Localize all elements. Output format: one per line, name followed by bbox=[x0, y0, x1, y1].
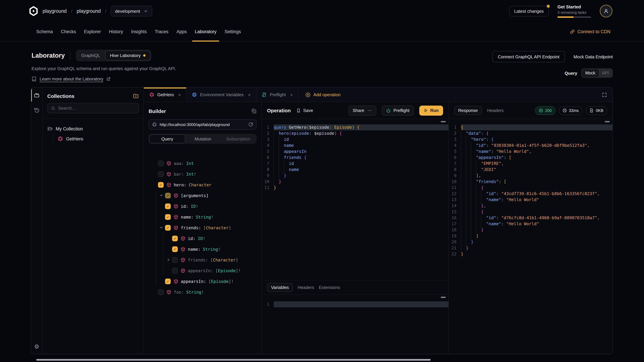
horizontal-scrollbar[interactable] bbox=[36, 359, 431, 361]
check-circle-icon bbox=[539, 108, 543, 113]
tab-headers[interactable]: Headers bbox=[298, 285, 314, 290]
new-collection-icon[interactable] bbox=[133, 93, 139, 99]
line-number: 2 bbox=[262, 130, 274, 136]
tab-variables[interactable]: Variables bbox=[267, 283, 293, 292]
tree-row-friends[interactable]: friends:[Character] bbox=[144, 254, 261, 265]
latest-changes-button[interactable]: Latest changes bbox=[509, 6, 549, 16]
object-type-icon bbox=[180, 236, 186, 241]
field-checkbox[interactable] bbox=[165, 203, 171, 209]
response-editor[interactable]: 1{2 "data": {3 "hero": {4 "id": "9303830… bbox=[449, 119, 612, 354]
run-button[interactable]: Run bbox=[419, 105, 443, 115]
add-operation-button[interactable]: Add operation bbox=[298, 87, 347, 102]
close-icon[interactable]: × bbox=[290, 92, 293, 97]
mode-option-api[interactable]: API bbox=[599, 69, 612, 77]
nav-tab-traces[interactable]: Traces bbox=[151, 22, 172, 41]
variables-editor[interactable]: 1 bbox=[262, 295, 448, 354]
get-started-widget[interactable]: Get Started 3 remaining tasks bbox=[558, 4, 591, 18]
code-line: 18 } bbox=[449, 227, 612, 233]
tree-row-id[interactable]: id:ID! bbox=[144, 233, 261, 244]
history-rail-icon[interactable] bbox=[34, 107, 40, 113]
tree-row-appearsIn[interactable]: appearsIn:[Episode]! bbox=[144, 276, 261, 287]
nav-tab-checks[interactable]: Checks bbox=[57, 22, 80, 41]
tree-row-id[interactable]: id:ID! bbox=[144, 201, 261, 212]
field-checkbox[interactable] bbox=[172, 246, 178, 252]
mode-option-mock[interactable]: Mock bbox=[582, 69, 599, 77]
field-checkbox[interactable] bbox=[158, 182, 164, 188]
nav-tab-explorer[interactable]: Explorer bbox=[80, 22, 105, 41]
connect-endpoint-button[interactable]: Connect GraphQL API Endpoint bbox=[492, 51, 565, 62]
close-icon[interactable]: × bbox=[178, 92, 181, 97]
tab-environment-variables[interactable]: Environment Variables × bbox=[187, 87, 256, 102]
field-checkbox[interactable] bbox=[158, 160, 164, 166]
field-checkbox[interactable] bbox=[165, 193, 171, 198]
query-editor[interactable]: 1query GetHero($episode: Episode) {2 her… bbox=[262, 119, 448, 280]
tree-row-arguments[interactable]: [arguments] bbox=[144, 190, 261, 201]
field-checkbox[interactable] bbox=[158, 171, 164, 177]
nav-tab-insights[interactable]: Insights bbox=[127, 22, 151, 41]
field-checkbox[interactable] bbox=[172, 268, 178, 273]
tree-row-hero[interactable]: hero:Character bbox=[144, 179, 261, 190]
user-avatar[interactable] bbox=[600, 5, 612, 17]
field-checkbox[interactable] bbox=[165, 225, 171, 230]
size-badge: 0KB bbox=[586, 106, 607, 115]
connect-to-cdn-link[interactable]: Connect to CDN bbox=[570, 22, 610, 41]
tree-row-appearsIn[interactable]: appearsIn:[Episode]! bbox=[144, 265, 261, 276]
root-type-query[interactable]: Query bbox=[149, 134, 185, 143]
chevron-down-icon[interactable] bbox=[159, 193, 163, 197]
fullscreen-icon[interactable] bbox=[602, 92, 607, 97]
scrollbar-thumb[interactable] bbox=[441, 297, 446, 298]
code-line: 20 } bbox=[449, 239, 612, 245]
root-type-subscription[interactable]: Subscription bbox=[220, 134, 256, 143]
preflight-button[interactable]: Preflight bbox=[382, 105, 414, 115]
tab-extensions[interactable]: Extensions bbox=[319, 285, 340, 290]
collection-folder-row[interactable]: My Collection bbox=[47, 124, 139, 133]
more-options-icon[interactable]: ⋯ bbox=[368, 108, 372, 113]
learn-more-link[interactable]: Learn more about the Laboratory bbox=[32, 76, 176, 81]
hive-logo-icon[interactable] bbox=[28, 6, 38, 16]
tab-response-headers[interactable]: Headers bbox=[487, 108, 504, 113]
object-type-icon bbox=[180, 247, 186, 252]
chevron-down-icon[interactable] bbox=[159, 226, 163, 230]
root-type-mutation[interactable]: Mutation bbox=[185, 134, 221, 143]
collections-rail-icon[interactable] bbox=[34, 92, 40, 98]
field-checkbox[interactable] bbox=[158, 289, 164, 295]
tree-row-friends[interactable]: friends:[Character] bbox=[144, 222, 261, 233]
tab-gethero[interactable]: GetHero × bbox=[144, 87, 187, 102]
tree-row-bar[interactable]: bar:Int! bbox=[144, 169, 261, 179]
scrollbar-thumb[interactable] bbox=[441, 121, 446, 122]
save-button[interactable]: Save bbox=[296, 108, 313, 113]
nav-tab-schema[interactable]: Schema bbox=[32, 22, 57, 41]
endpoint-url-input[interactable]: http://localhost:3000/api/lab/playground bbox=[148, 119, 256, 130]
collapse-copy-icon[interactable] bbox=[251, 108, 256, 114]
close-icon[interactable]: × bbox=[248, 92, 250, 97]
nav-tab-laboratory[interactable]: Laboratory bbox=[191, 22, 220, 41]
settings-gear-icon[interactable]: ⚙ bbox=[34, 343, 40, 350]
collection-operation-row[interactable]: GetHero bbox=[47, 134, 139, 143]
scrollbar-thumb[interactable] bbox=[605, 121, 610, 122]
tab-preflight[interactable]: Preflight × bbox=[256, 87, 299, 102]
field-checkbox[interactable] bbox=[165, 214, 171, 220]
breadcrumb-project[interactable]: playground bbox=[77, 8, 101, 14]
ide-toggle-hive-laboratory[interactable]: Hive Laboratory bbox=[105, 51, 150, 60]
nav-tab-history[interactable]: History bbox=[105, 22, 127, 41]
breadcrumb-org[interactable]: playground bbox=[42, 8, 67, 14]
share-button[interactable]: Share ⋯ bbox=[349, 105, 376, 115]
tree-row-name[interactable]: name:String! bbox=[144, 244, 261, 254]
tree-row-foo[interactable]: foo:String! bbox=[144, 287, 261, 297]
field-checkbox[interactable] bbox=[165, 278, 171, 284]
search-input[interactable] bbox=[58, 106, 135, 111]
line-number: 18 bbox=[449, 227, 461, 233]
tab-response[interactable]: Response bbox=[454, 106, 482, 115]
collections-search[interactable] bbox=[47, 103, 139, 113]
tree-row-aaa[interactable]: aaa:Int bbox=[144, 158, 261, 169]
nav-tab-apps[interactable]: Apps bbox=[172, 22, 191, 41]
target-selector[interactable]: development bbox=[111, 6, 152, 16]
ide-toggle-graphiql[interactable]: GraphiQL bbox=[77, 51, 105, 60]
nav-tab-settings[interactable]: Settings bbox=[220, 22, 245, 41]
mock-endpoint-button[interactable]: Mock Data Endpoint bbox=[574, 54, 613, 59]
tree-row-name[interactable]: name:String! bbox=[144, 212, 261, 222]
field-checkbox[interactable] bbox=[172, 236, 178, 241]
chevron-right-icon[interactable] bbox=[166, 258, 170, 262]
object-type-icon bbox=[174, 279, 178, 284]
field-checkbox[interactable] bbox=[172, 257, 178, 263]
